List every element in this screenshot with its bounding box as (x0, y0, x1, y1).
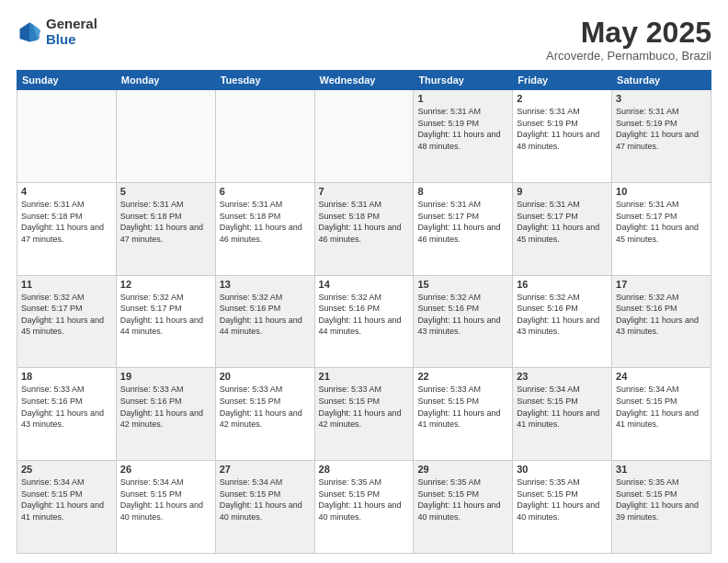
header-tuesday: Tuesday (215, 71, 314, 90)
table-row: 15Sunrise: 5:32 AM Sunset: 5:16 PM Dayli… (414, 275, 513, 368)
logo: General Blue (17, 17, 97, 47)
day-info: Sunrise: 5:34 AM Sunset: 5:15 PM Dayligh… (517, 384, 608, 430)
calendar-table: Sunday Monday Tuesday Wednesday Thursday… (17, 70, 711, 554)
header: General Blue May 2025 Arcoverde, Pernamb… (17, 17, 711, 63)
table-row (17, 90, 117, 183)
day-number: 8 (417, 186, 508, 197)
table-row: 20Sunrise: 5:33 AM Sunset: 5:15 PM Dayli… (215, 368, 314, 461)
day-info: Sunrise: 5:34 AM Sunset: 5:15 PM Dayligh… (616, 384, 707, 430)
table-row: 25Sunrise: 5:34 AM Sunset: 5:15 PM Dayli… (17, 461, 117, 554)
day-info: Sunrise: 5:35 AM Sunset: 5:15 PM Dayligh… (417, 477, 508, 523)
table-row: 14Sunrise: 5:32 AM Sunset: 5:16 PM Dayli… (314, 275, 414, 368)
table-row: 4Sunrise: 5:31 AM Sunset: 5:18 PM Daylig… (17, 182, 117, 275)
table-row (215, 90, 314, 183)
day-info: Sunrise: 5:32 AM Sunset: 5:16 PM Dayligh… (220, 292, 311, 338)
day-info: Sunrise: 5:31 AM Sunset: 5:17 PM Dayligh… (417, 199, 508, 245)
table-row: 9Sunrise: 5:31 AM Sunset: 5:17 PM Daylig… (513, 182, 612, 275)
day-number: 19 (120, 371, 211, 382)
day-number: 30 (517, 464, 608, 475)
day-number: 12 (120, 279, 211, 290)
header-wednesday: Wednesday (314, 71, 414, 90)
day-info: Sunrise: 5:31 AM Sunset: 5:19 PM Dayligh… (417, 106, 508, 152)
day-number: 31 (616, 464, 707, 475)
day-info: Sunrise: 5:32 AM Sunset: 5:16 PM Dayligh… (319, 292, 410, 338)
table-row (314, 90, 414, 183)
table-row: 23Sunrise: 5:34 AM Sunset: 5:15 PM Dayli… (513, 368, 612, 461)
page: General Blue May 2025 Arcoverde, Pernamb… (0, 0, 728, 563)
table-row: 21Sunrise: 5:33 AM Sunset: 5:15 PM Dayli… (314, 368, 414, 461)
day-number: 20 (220, 371, 311, 382)
table-row: 22Sunrise: 5:33 AM Sunset: 5:15 PM Dayli… (414, 368, 513, 461)
day-info: Sunrise: 5:31 AM Sunset: 5:17 PM Dayligh… (517, 199, 608, 245)
day-number: 17 (616, 279, 707, 290)
day-number: 1 (417, 93, 508, 104)
day-info: Sunrise: 5:33 AM Sunset: 5:16 PM Dayligh… (21, 384, 112, 430)
day-number: 4 (21, 186, 112, 197)
day-info: Sunrise: 5:31 AM Sunset: 5:18 PM Dayligh… (319, 199, 410, 245)
table-row (116, 90, 215, 183)
day-info: Sunrise: 5:31 AM Sunset: 5:19 PM Dayligh… (517, 106, 608, 152)
day-info: Sunrise: 5:32 AM Sunset: 5:17 PM Dayligh… (120, 292, 211, 338)
day-info: Sunrise: 5:31 AM Sunset: 5:18 PM Dayligh… (21, 199, 112, 245)
day-number: 16 (517, 279, 608, 290)
day-number: 21 (319, 371, 410, 382)
day-info: Sunrise: 5:33 AM Sunset: 5:15 PM Dayligh… (417, 384, 508, 430)
table-row: 24Sunrise: 5:34 AM Sunset: 5:15 PM Dayli… (612, 368, 711, 461)
table-row: 28Sunrise: 5:35 AM Sunset: 5:15 PM Dayli… (314, 461, 414, 554)
calendar-row: 1Sunrise: 5:31 AM Sunset: 5:19 PM Daylig… (17, 90, 711, 183)
logo-text: General Blue (46, 17, 97, 47)
day-info: Sunrise: 5:32 AM Sunset: 5:16 PM Dayligh… (517, 292, 608, 338)
table-row: 2Sunrise: 5:31 AM Sunset: 5:19 PM Daylig… (513, 90, 612, 183)
table-row: 13Sunrise: 5:32 AM Sunset: 5:16 PM Dayli… (215, 275, 314, 368)
day-info: Sunrise: 5:34 AM Sunset: 5:15 PM Dayligh… (120, 477, 211, 523)
table-row: 7Sunrise: 5:31 AM Sunset: 5:18 PM Daylig… (314, 182, 414, 275)
table-row: 5Sunrise: 5:31 AM Sunset: 5:18 PM Daylig… (116, 182, 215, 275)
day-info: Sunrise: 5:34 AM Sunset: 5:15 PM Dayligh… (21, 477, 112, 523)
day-info: Sunrise: 5:32 AM Sunset: 5:16 PM Dayligh… (417, 292, 508, 338)
day-number: 6 (220, 186, 311, 197)
day-info: Sunrise: 5:32 AM Sunset: 5:17 PM Dayligh… (21, 292, 112, 338)
day-info: Sunrise: 5:35 AM Sunset: 5:15 PM Dayligh… (517, 477, 608, 523)
day-number: 2 (517, 93, 608, 104)
table-row: 12Sunrise: 5:32 AM Sunset: 5:17 PM Dayli… (116, 275, 215, 368)
calendar-row: 11Sunrise: 5:32 AM Sunset: 5:17 PM Dayli… (17, 275, 711, 368)
logo-icon (17, 19, 42, 45)
day-number: 15 (417, 279, 508, 290)
day-info: Sunrise: 5:33 AM Sunset: 5:15 PM Dayligh… (319, 384, 410, 430)
header-friday: Friday (513, 71, 612, 90)
calendar-title: May 2025 (546, 17, 711, 49)
day-number: 9 (517, 186, 608, 197)
day-number: 29 (417, 464, 508, 475)
table-row: 19Sunrise: 5:33 AM Sunset: 5:16 PM Dayli… (116, 368, 215, 461)
title-block: May 2025 Arcoverde, Pernambuco, Brazil (546, 17, 711, 63)
table-row: 18Sunrise: 5:33 AM Sunset: 5:16 PM Dayli… (17, 368, 117, 461)
day-number: 10 (616, 186, 707, 197)
weekday-header-row: Sunday Monday Tuesday Wednesday Thursday… (17, 71, 711, 90)
day-info: Sunrise: 5:34 AM Sunset: 5:15 PM Dayligh… (220, 477, 311, 523)
day-number: 27 (220, 464, 311, 475)
day-number: 28 (319, 464, 410, 475)
day-number: 18 (21, 371, 112, 382)
day-number: 24 (616, 371, 707, 382)
table-row: 10Sunrise: 5:31 AM Sunset: 5:17 PM Dayli… (612, 182, 711, 275)
header-saturday: Saturday (612, 71, 711, 90)
day-info: Sunrise: 5:33 AM Sunset: 5:16 PM Dayligh… (120, 384, 211, 430)
day-number: 11 (21, 279, 112, 290)
table-row: 31Sunrise: 5:35 AM Sunset: 5:15 PM Dayli… (612, 461, 711, 554)
calendar-subtitle: Arcoverde, Pernambuco, Brazil (546, 49, 711, 63)
day-number: 5 (120, 186, 211, 197)
table-row: 3Sunrise: 5:31 AM Sunset: 5:19 PM Daylig… (612, 90, 711, 183)
table-row: 11Sunrise: 5:32 AM Sunset: 5:17 PM Dayli… (17, 275, 117, 368)
day-info: Sunrise: 5:31 AM Sunset: 5:17 PM Dayligh… (616, 199, 707, 245)
table-row: 6Sunrise: 5:31 AM Sunset: 5:18 PM Daylig… (215, 182, 314, 275)
day-number: 26 (120, 464, 211, 475)
calendar-row: 4Sunrise: 5:31 AM Sunset: 5:18 PM Daylig… (17, 182, 711, 275)
logo-general-text: General (46, 17, 97, 32)
table-row: 27Sunrise: 5:34 AM Sunset: 5:15 PM Dayli… (215, 461, 314, 554)
table-row: 29Sunrise: 5:35 AM Sunset: 5:15 PM Dayli… (414, 461, 513, 554)
day-number: 14 (319, 279, 410, 290)
day-info: Sunrise: 5:35 AM Sunset: 5:15 PM Dayligh… (319, 477, 410, 523)
day-number: 23 (517, 371, 608, 382)
day-info: Sunrise: 5:35 AM Sunset: 5:15 PM Dayligh… (616, 477, 707, 523)
day-number: 13 (220, 279, 311, 290)
